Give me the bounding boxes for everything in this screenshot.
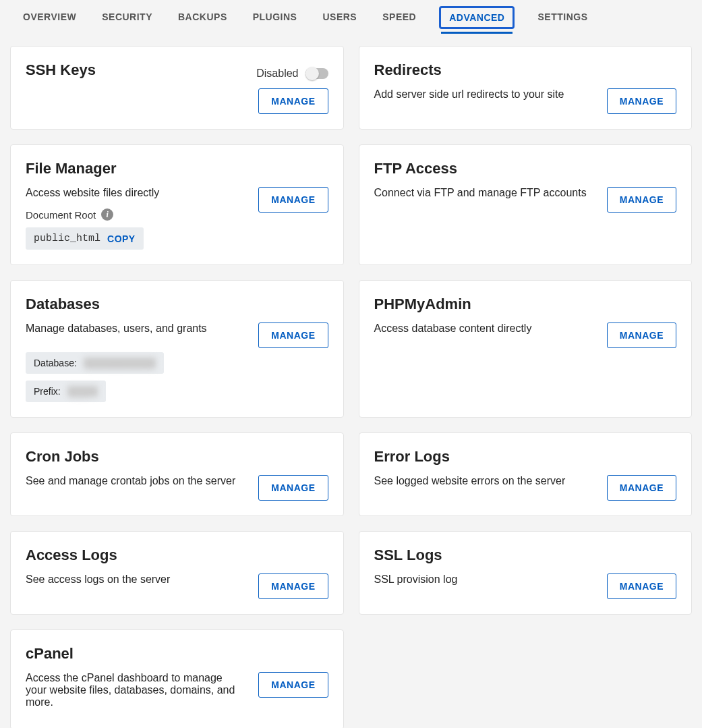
manage-button[interactable]: MANAGE bbox=[607, 187, 676, 213]
database-chip: Database: ██████████ bbox=[26, 352, 164, 374]
tab-users[interactable]: USERS bbox=[320, 6, 359, 30]
manage-button[interactable]: MANAGE bbox=[607, 323, 676, 348]
card-title: SSH Keys bbox=[26, 61, 96, 79]
tab-advanced[interactable]: ADVANCED bbox=[439, 6, 515, 29]
card-title: cPanel bbox=[26, 645, 328, 663]
document-root-label-row: Document Root i bbox=[26, 208, 245, 221]
card-desc: Connect via FTP and manage FTP accounts bbox=[374, 187, 593, 199]
tab-settings[interactable]: SETTINGS bbox=[535, 6, 590, 30]
info-icon[interactable]: i bbox=[101, 208, 113, 221]
prefix-value: ███_ bbox=[67, 386, 98, 397]
card-error-logs: Error Logs See logged website errors on … bbox=[359, 432, 693, 516]
tab-backups[interactable]: BACKUPS bbox=[175, 6, 230, 30]
card-desc: Access website files directly bbox=[26, 187, 245, 199]
tab-speed[interactable]: SPEED bbox=[380, 6, 419, 30]
card-desc: See and manage crontab jobs on the serve… bbox=[26, 475, 245, 487]
ssh-toggle[interactable] bbox=[305, 68, 328, 79]
card-title: Databases bbox=[26, 296, 328, 313]
tab-security[interactable]: SECURITY bbox=[99, 6, 155, 30]
card-phpmyadmin: PHPMyAdmin Access database content direc… bbox=[359, 280, 693, 418]
manage-button[interactable]: MANAGE bbox=[607, 573, 676, 599]
document-root-chip: public_html COPY bbox=[26, 227, 144, 250]
tab-bar: OVERVIEW SECURITY BACKUPS PLUGINS USERS … bbox=[0, 0, 702, 32]
card-desc: Manage databases, users, and grants bbox=[26, 323, 245, 335]
card-cron-jobs: Cron Jobs See and manage crontab jobs on… bbox=[10, 432, 344, 516]
card-cpanel: cPanel Access the cPanel dashboard to ma… bbox=[10, 629, 344, 728]
card-title: Cron Jobs bbox=[26, 448, 328, 466]
card-desc: SSL provision log bbox=[374, 573, 593, 586]
card-desc: Access database content directly bbox=[374, 323, 593, 335]
card-desc: Access the cPanel dashboard to manage yo… bbox=[26, 672, 245, 708]
card-desc: See logged website errors on the server bbox=[374, 475, 593, 487]
card-title: SSL Logs bbox=[374, 547, 677, 564]
manage-button[interactable]: MANAGE bbox=[607, 475, 676, 501]
document-root-value: public_html bbox=[34, 233, 100, 244]
card-ftp-access: FTP Access Connect via FTP and manage FT… bbox=[359, 144, 693, 265]
card-redirects: Redirects Add server side url redirects … bbox=[359, 46, 693, 130]
ssh-toggle-wrap: Disabled bbox=[256, 67, 328, 80]
database-value: ██████████ bbox=[84, 358, 156, 368]
card-title: PHPMyAdmin bbox=[374, 296, 677, 313]
manage-button[interactable]: MANAGE bbox=[258, 88, 328, 114]
card-title: FTP Access bbox=[374, 160, 677, 177]
card-desc: Add server side url redirects to your si… bbox=[374, 88, 593, 101]
tab-plugins[interactable]: PLUGINS bbox=[250, 6, 300, 30]
copy-button[interactable]: COPY bbox=[107, 233, 136, 244]
card-ssh-keys: SSH Keys Disabled MANAGE bbox=[10, 46, 344, 130]
card-databases: Databases Manage databases, users, and g… bbox=[10, 280, 344, 418]
manage-button[interactable]: MANAGE bbox=[258, 573, 328, 599]
manage-button[interactable]: MANAGE bbox=[258, 672, 328, 698]
ssh-status-label: Disabled bbox=[256, 67, 298, 80]
database-label: Database: bbox=[34, 358, 77, 368]
manage-button[interactable]: MANAGE bbox=[258, 187, 328, 213]
prefix-label: Prefix: bbox=[34, 386, 61, 397]
card-title: Redirects bbox=[374, 61, 677, 79]
prefix-chip: Prefix: ███_ bbox=[26, 381, 106, 402]
card-title: Access Logs bbox=[26, 547, 328, 564]
card-title: Error Logs bbox=[374, 448, 677, 466]
card-title: File Manager bbox=[26, 160, 328, 177]
manage-button[interactable]: MANAGE bbox=[607, 88, 676, 114]
tab-overview[interactable]: OVERVIEW bbox=[20, 6, 79, 30]
manage-button[interactable]: MANAGE bbox=[258, 475, 328, 501]
card-desc: See access logs on the server bbox=[26, 573, 245, 586]
document-root-label: Document Root bbox=[26, 209, 96, 221]
manage-button[interactable]: MANAGE bbox=[258, 323, 328, 348]
card-ssl-logs: SSL Logs SSL provision log MANAGE bbox=[359, 531, 693, 615]
card-file-manager: File Manager Access website files direct… bbox=[10, 144, 344, 265]
card-access-logs: Access Logs See access logs on the serve… bbox=[10, 531, 344, 615]
cards-grid: SSH Keys Disabled MANAGE Redirects Add s… bbox=[0, 32, 702, 728]
